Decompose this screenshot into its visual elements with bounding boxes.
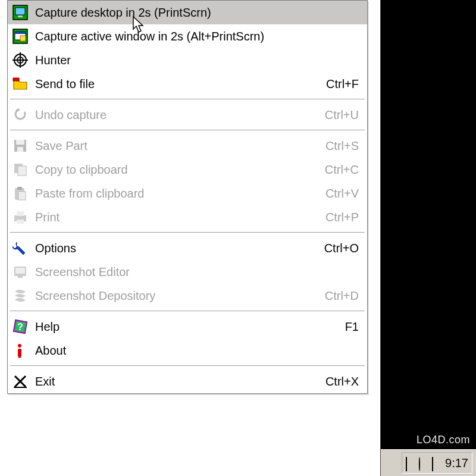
menu-item-help[interactable]: ? Help F1 [8,315,367,339]
svg-point-29 [18,344,21,347]
menu-item-shortcut: Ctrl+D [325,289,359,303]
menu-item-label: About [35,344,352,358]
menu-separator [10,365,365,367]
menu-item-shortcut: Ctrl+U [325,108,359,122]
menu-item-paste: Paste from clipboard Ctrl+V [8,181,367,205]
right-panel: 9:17 [381,0,476,476]
context-menu: Capture desktop in 2s (PrintScrn) Captur… [7,0,368,394]
folder-icon [11,75,29,93]
menu-item-shortcut: Ctrl+F [326,77,359,91]
svg-rect-24 [15,268,25,274]
tray-volume-icon[interactable] [419,458,430,468]
svg-rect-25 [18,276,23,278]
depository-icon [11,287,29,305]
menu-item-label: Undo capture [35,108,318,122]
help-icon: ? [11,318,29,336]
menu-item-screenshot-editor: Screenshot Editor [8,260,367,284]
wrench-icon [11,239,29,257]
menu-item-label: Save Part [35,139,318,153]
watermark-text: LO4D.com [416,434,470,446]
menu-item-label: Help [35,320,338,334]
taskbar-clock[interactable]: 9:17 [445,456,468,470]
save-icon [11,137,29,155]
svg-rect-19 [18,192,26,200]
menu-item-print: Print Ctrl+P [8,205,367,229]
svg-rect-16 [18,166,26,176]
menu-item-label: Screenshot Depository [35,289,318,303]
svg-rect-13 [16,140,24,145]
copy-icon [11,161,29,178]
menu-item-shortcut: Ctrl+O [324,242,359,255]
exit-icon [11,372,29,390]
svg-rect-22 [17,220,24,224]
menu-item-shortcut: Ctrl+S [325,139,359,153]
menu-item-send-to-file[interactable]: Send to file Ctrl+F [8,72,367,96]
svg-rect-18 [17,187,22,190]
menu-item-label: Copy to clipboard [35,163,318,177]
tray-language-icon[interactable] [432,458,443,468]
menu-item-exit[interactable]: Exit Ctrl+X [8,369,367,393]
menu-item-shortcut: Ctrl+P [325,211,359,224]
menu-item-label: Print [35,211,318,224]
target-icon [11,51,29,69]
paste-icon [11,184,29,202]
menu-separator [10,311,365,312]
capture-window-icon [11,27,29,45]
svg-rect-2 [18,15,23,17]
menu-item-capture-window[interactable]: Capture active window in 2s (Alt+PrintSc… [8,24,367,48]
menu-item-capture-desktop[interactable]: Capture desktop in 2s (PrintScrn) [8,1,367,24]
svg-text:?: ? [17,322,23,332]
svg-rect-6 [20,36,26,41]
system-tray[interactable]: 9:17 [402,452,472,474]
menu-item-label: Hunter [35,54,352,67]
menu-item-label: Options [35,242,317,255]
print-icon [11,208,29,226]
tray-app-icon[interactable] [406,458,416,468]
menu-item-label: Exit [35,375,318,389]
menu-item-undo-capture: Undo capture Ctrl+U [8,103,367,127]
menu-item-about[interactable]: About [8,339,367,362]
menu-separator [10,130,365,131]
menu-item-label: Send to file [35,77,319,91]
menu-item-copy: Copy to clipboard Ctrl+C [8,158,367,181]
menu-item-shortcut: F1 [345,320,359,334]
menu-item-options[interactable]: Options Ctrl+O [8,236,367,260]
menu-item-label: Paste from clipboard [35,187,318,201]
menu-item-shortcut: Ctrl+X [325,375,359,389]
menu-item-hunter[interactable]: Hunter [8,48,367,72]
menu-item-screenshot-depository: Screenshot Depository Ctrl+D [8,284,367,308]
svg-rect-1 [15,8,25,15]
info-icon [11,342,29,359]
menu-item-label: Capture desktop in 2s (PrintScrn) [35,6,352,20]
menu-separator [10,99,365,100]
menu-item-shortcut: Ctrl+C [325,163,359,177]
svg-rect-11 [13,78,19,81]
menu-separator [10,232,365,233]
menu-item-shortcut: Ctrl+V [325,187,359,201]
undo-icon [11,106,29,124]
taskbar[interactable]: 9:17 [381,449,476,476]
menu-item-label: Screenshot Editor [35,265,352,279]
menu-item-save-part: Save Part Ctrl+S [8,134,367,158]
menu-item-label: Capture active window in 2s (Alt+PrintSc… [35,30,352,43]
capture-desktop-icon [11,4,29,21]
editor-icon [11,263,29,281]
svg-rect-5 [15,32,26,34]
svg-rect-21 [17,211,24,216]
svg-rect-30 [18,349,21,357]
svg-rect-14 [17,147,23,152]
